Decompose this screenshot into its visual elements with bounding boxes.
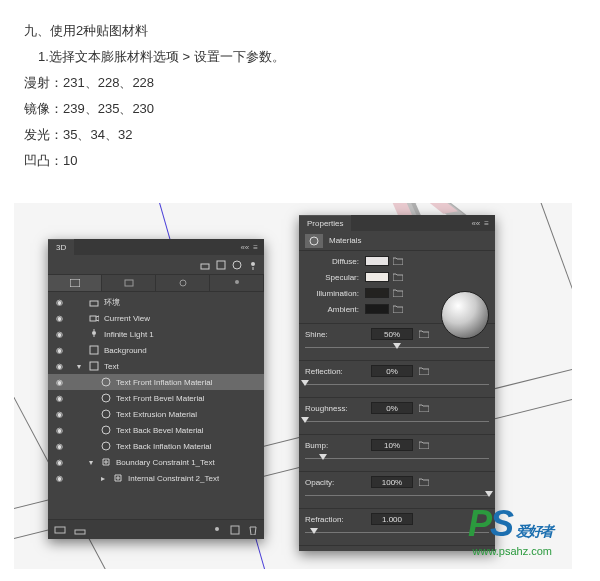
- tree-row[interactable]: ◉Infinite Light 1: [48, 326, 264, 342]
- filter-tab-mesh[interactable]: [102, 275, 156, 291]
- filter-light-icon[interactable]: [248, 260, 258, 270]
- tree-row[interactable]: ◉环境: [48, 294, 264, 310]
- color-swatch[interactable]: [365, 256, 389, 266]
- mat-icon: [100, 377, 112, 387]
- new-light-icon[interactable]: [212, 525, 222, 535]
- slider-handle-icon[interactable]: [301, 380, 309, 386]
- filter-tab-light[interactable]: [210, 275, 264, 291]
- color-swatch[interactable]: [365, 288, 389, 298]
- tree-item-label: Text Extrusion Material: [116, 410, 197, 419]
- tree-item-label: Text Front Inflation Material: [116, 378, 212, 387]
- collapse-icon[interactable]: ««: [471, 219, 480, 228]
- visibility-eye-icon[interactable]: ◉: [52, 346, 66, 355]
- texture-folder-icon[interactable]: [419, 478, 429, 486]
- texture-folder-icon[interactable]: [393, 273, 403, 281]
- visibility-eye-icon[interactable]: ◉: [52, 474, 66, 483]
- svg-point-3: [251, 262, 255, 266]
- expand-toggle-icon[interactable]: ▾: [86, 458, 96, 467]
- visibility-eye-icon[interactable]: ◉: [52, 410, 66, 419]
- slider-track[interactable]: [305, 529, 489, 537]
- trash-icon[interactable]: [248, 525, 258, 535]
- texture-folder-icon[interactable]: [393, 257, 403, 265]
- color-swatch[interactable]: [365, 272, 389, 282]
- visibility-eye-icon[interactable]: ◉: [52, 330, 66, 339]
- tree-row[interactable]: ◉▾Text: [48, 358, 264, 374]
- filter-tab-all[interactable]: [48, 275, 102, 291]
- filter-mesh-icon[interactable]: [216, 260, 226, 270]
- svg-rect-9: [90, 301, 98, 306]
- slider-track[interactable]: [305, 344, 489, 352]
- material-preview-sphere[interactable]: [441, 291, 489, 339]
- new-layer-icon[interactable]: [230, 525, 240, 535]
- slider-track[interactable]: [305, 418, 489, 426]
- slider-value-input[interactable]: 10%: [371, 439, 413, 451]
- tree-row[interactable]: ◉Text Back Inflation Material: [48, 438, 264, 454]
- tree-row[interactable]: ◉Text Front Inflation Material: [48, 374, 264, 390]
- texture-folder-icon[interactable]: [393, 305, 403, 313]
- svg-rect-10: [90, 316, 96, 321]
- swatch-label: Illumination:: [305, 289, 365, 298]
- svg-rect-1: [217, 261, 225, 269]
- tree-row[interactable]: ◉Text Front Bevel Material: [48, 390, 264, 406]
- cons-icon: [112, 473, 124, 483]
- slider-track[interactable]: [305, 492, 489, 500]
- visibility-eye-icon[interactable]: ◉: [52, 362, 66, 371]
- visibility-eye-icon[interactable]: ◉: [52, 426, 66, 435]
- visibility-eye-icon[interactable]: ◉: [52, 378, 66, 387]
- slider-handle-icon[interactable]: [310, 528, 318, 534]
- svg-rect-22: [75, 530, 85, 534]
- slider-track[interactable]: [305, 455, 489, 463]
- slider-handle-icon[interactable]: [301, 417, 309, 423]
- collapse-icon[interactable]: ««: [240, 243, 249, 252]
- svg-point-7: [180, 280, 186, 286]
- watermark-logo: PS爱好者 www.psahz.com: [468, 503, 552, 557]
- tree-item-label: Text Front Bevel Material: [116, 394, 204, 403]
- color-swatch[interactable]: [365, 304, 389, 314]
- slider-value-input[interactable]: 0%: [371, 365, 413, 377]
- panel-menu-icon[interactable]: ≡: [484, 219, 489, 228]
- panel-properties[interactable]: Properties «« ≡ Materials Diffuse:Specul…: [299, 215, 495, 551]
- slider-handle-icon[interactable]: [393, 343, 401, 349]
- slider-row: Reflection:0%: [299, 363, 495, 395]
- slider-value-input[interactable]: 50%: [371, 328, 413, 340]
- slider-value-input[interactable]: 100%: [371, 476, 413, 488]
- tree-row[interactable]: ◉▾Boundary Constraint 1_Text: [48, 454, 264, 470]
- texture-folder-icon[interactable]: [419, 404, 429, 412]
- texture-folder-icon[interactable]: [419, 367, 429, 375]
- slider-row: Roughness:0%: [299, 400, 495, 432]
- tree-row[interactable]: ◉Background: [48, 342, 264, 358]
- visibility-eye-icon[interactable]: ◉: [52, 314, 66, 323]
- render-icon[interactable]: [54, 525, 66, 535]
- panel-3d[interactable]: 3D «« ≡ ◉环境◉Current View◉Infinite Light …: [48, 239, 264, 539]
- doc-subheading: 1.选择文本膨胀材料选项 > 设置一下参数。: [24, 44, 576, 70]
- visibility-eye-icon[interactable]: ◉: [52, 298, 66, 307]
- slider-track[interactable]: [305, 381, 489, 389]
- filter-env-icon[interactable]: [200, 260, 210, 270]
- texture-folder-icon[interactable]: [393, 289, 403, 297]
- texture-folder-icon[interactable]: [419, 441, 429, 449]
- swatch-label: Specular:: [305, 273, 365, 282]
- slider-handle-icon[interactable]: [485, 491, 493, 497]
- tree-row[interactable]: ◉Current View: [48, 310, 264, 326]
- panel-menu-icon[interactable]: ≡: [253, 243, 258, 252]
- slider-row: Bump:10%: [299, 437, 495, 469]
- slider-value-input[interactable]: 0%: [371, 402, 413, 414]
- tree-row[interactable]: ◉▸Internal Constraint 2_Text: [48, 470, 264, 486]
- filter-material-icon[interactable]: [232, 260, 242, 270]
- panel-3d-tab[interactable]: 3D: [48, 239, 74, 255]
- slider-value-input[interactable]: 1.000: [371, 513, 413, 525]
- panel-properties-tab[interactable]: Properties: [299, 215, 351, 231]
- expand-toggle-icon[interactable]: ▸: [98, 474, 108, 483]
- tree-item-label: Current View: [104, 314, 150, 323]
- tree-row[interactable]: ◉Text Extrusion Material: [48, 406, 264, 422]
- visibility-eye-icon[interactable]: ◉: [52, 458, 66, 467]
- tree-item-label: Background: [104, 346, 147, 355]
- visibility-eye-icon[interactable]: ◉: [52, 394, 66, 403]
- filter-tab-material[interactable]: [156, 275, 210, 291]
- expand-toggle-icon[interactable]: ▾: [74, 362, 84, 371]
- slider-handle-icon[interactable]: [319, 454, 327, 460]
- visibility-eye-icon[interactable]: ◉: [52, 442, 66, 451]
- texture-folder-icon[interactable]: [419, 330, 429, 338]
- ground-icon[interactable]: [74, 525, 86, 535]
- tree-row[interactable]: ◉Text Back Bevel Material: [48, 422, 264, 438]
